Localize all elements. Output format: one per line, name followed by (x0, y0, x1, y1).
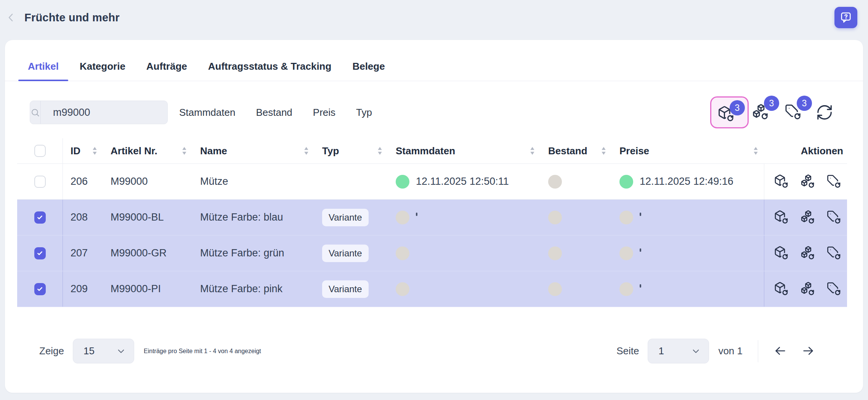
column-label: Bestand (548, 145, 587, 157)
total-pages-label: von 1 (718, 345, 743, 357)
arrow-right-icon (802, 344, 815, 357)
sync-article-action[interactable] (774, 210, 789, 225)
column-header-bestand[interactable]: Bestand (541, 138, 612, 163)
tab-label: Belege (352, 61, 385, 72)
sort-icon[interactable] (601, 146, 606, 155)
back-button[interactable] (4, 10, 18, 25)
sync-stock-action[interactable] (800, 210, 815, 225)
tag-sync-icon (826, 246, 842, 261)
pagination-bar: Zeige 15 Einträge pro Seite mit 1 - 4 vo… (5, 339, 863, 363)
content-card: Artikel Kategorie Aufträge Auftragsstatu… (5, 40, 863, 393)
tab-label: Kategorie (80, 61, 125, 72)
tab-kategorie[interactable]: Kategorie (70, 58, 135, 81)
table-row[interactable]: 207 M99000-GR Mütze Farbe: grün Variante (17, 235, 847, 271)
cell-preise (612, 235, 764, 271)
sync-prices-button[interactable]: 3 (785, 96, 802, 128)
cell-artikel-nr: M99000-PI (103, 271, 193, 307)
row-checkbox[interactable] (34, 283, 46, 295)
chevron-left-icon (5, 12, 17, 23)
column-header-aktionen[interactable]: Aktionen (764, 138, 847, 163)
filter-label: Preis (313, 107, 335, 118)
sync-price-action[interactable] (826, 174, 842, 189)
cube-sync-icon (774, 210, 789, 225)
filter-bestand[interactable]: Bestand (256, 107, 292, 118)
sort-icon[interactable] (377, 146, 383, 155)
tab-auftr-ge[interactable]: Aufträge (137, 58, 197, 81)
tab-label: Artikel (28, 61, 59, 72)
page-size-select[interactable]: 15 (73, 339, 134, 363)
table-body: 206 M99000 Mütze 12.11.2025 12:50:11 12.… (17, 164, 847, 307)
cell-preise (612, 271, 764, 307)
row-select-cell (17, 235, 63, 271)
help-chat-icon (839, 11, 853, 24)
next-page-button[interactable] (801, 344, 815, 358)
search-input[interactable] (41, 107, 168, 118)
tick-mark (416, 213, 417, 216)
sync-stock-action[interactable] (800, 174, 815, 189)
variant-badge: Variante (322, 245, 369, 262)
status-dot (396, 211, 409, 224)
row-checkbox[interactable] (34, 247, 46, 259)
row-select-cell (17, 200, 63, 235)
cell-actions (764, 164, 847, 199)
cell-preise (612, 200, 764, 235)
sync-stock-button[interactable]: 3 (752, 96, 769, 128)
page-title: Früchte und mehr (24, 11, 120, 24)
column-header-typ[interactable]: Typ (314, 138, 388, 163)
row-checkbox[interactable] (34, 176, 46, 188)
sort-icon[interactable] (529, 146, 535, 155)
status-dot (548, 282, 562, 296)
column-header-id[interactable]: ID (63, 138, 103, 163)
table-row[interactable]: 209 M99000-PI Mütze Farbe: pink Variante (17, 271, 847, 307)
previous-page-button[interactable] (773, 344, 787, 358)
sort-icon[interactable] (303, 146, 309, 155)
column-header-name[interactable]: Name (193, 138, 314, 163)
status-dot (548, 211, 562, 224)
filter-typ[interactable]: Typ (356, 107, 372, 118)
sync-article-action[interactable] (774, 282, 789, 297)
sort-icon[interactable] (753, 146, 759, 155)
column-header-artikel-nr[interactable]: Artikel Nr. (103, 138, 193, 163)
filter-label: Stammdaten (179, 107, 235, 118)
search-icon (30, 101, 41, 124)
variant-badge: Variante (322, 280, 369, 298)
sync-stock-action[interactable] (800, 282, 815, 297)
column-header-stammdaten[interactable]: Stammdaten (388, 138, 541, 163)
sort-icon[interactable] (181, 146, 187, 155)
cell-bestand (541, 235, 612, 271)
sync-price-action[interactable] (826, 282, 842, 297)
page-size-value: 15 (83, 345, 95, 357)
cell-typ (314, 164, 388, 199)
cell-bestand (541, 164, 612, 199)
sync-article-action[interactable] (774, 246, 789, 261)
tag-sync-icon (826, 210, 842, 225)
tick-mark (640, 248, 641, 252)
pagination-info: Einträge pro Seite mit 1 - 4 von 4 angez… (144, 348, 261, 355)
sync-articles-button[interactable]: 3 (710, 96, 749, 128)
cell-name: Mütze Farbe: blau (193, 200, 314, 235)
filter-stammdaten[interactable]: Stammdaten (179, 107, 235, 118)
table-row[interactable]: 208 M99000-BL Mütze Farbe: blau Variante (17, 200, 847, 235)
row-checkbox[interactable] (34, 211, 46, 224)
cell-name: Mütze Farbe: pink (193, 271, 314, 307)
tab-artikel[interactable]: Artikel (18, 58, 68, 81)
column-header-preise[interactable]: Preise (612, 138, 764, 163)
sync-price-action[interactable] (826, 246, 842, 261)
refresh-button[interactable] (816, 96, 833, 128)
filter-preis[interactable]: Preis (313, 107, 335, 118)
status-dot (548, 246, 562, 260)
sort-icon[interactable] (92, 146, 98, 155)
tab-auftragsstatus-tracking[interactable]: Auftragsstatus & Tracking (199, 58, 341, 81)
sync-badge: 3 (730, 100, 745, 115)
help-button[interactable] (834, 7, 857, 28)
table-row[interactable]: 206 M99000 Mütze 12.11.2025 12:50:11 12.… (17, 164, 847, 200)
page-label: Seite (616, 345, 639, 357)
select-all-checkbox[interactable] (34, 145, 46, 157)
sync-stock-action[interactable] (800, 246, 815, 261)
tick-mark (640, 213, 641, 216)
sync-article-action[interactable] (774, 174, 789, 189)
sync-price-action[interactable] (826, 210, 842, 225)
status-dot (619, 246, 633, 260)
page-select[interactable]: 1 (648, 339, 709, 363)
tab-belege[interactable]: Belege (343, 58, 394, 81)
